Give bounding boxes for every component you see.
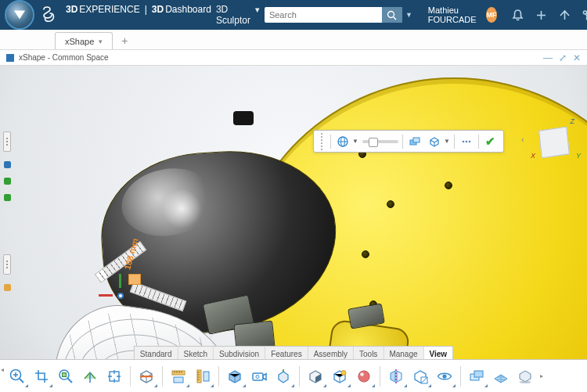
rivet-icon	[387, 200, 394, 208]
tab-caret-icon[interactable]: ▾	[99, 38, 103, 45]
view-normal-icon[interactable]	[79, 365, 101, 387]
community-icon[interactable]	[582, 8, 587, 22]
actionbar-expand-icon[interactable]: ◂	[1, 366, 4, 373]
left-rail	[2, 131, 13, 291]
svg-line-17	[20, 379, 23, 383]
axis-z: Z	[571, 117, 575, 125]
rivet-icon	[445, 182, 452, 189]
top-icons	[511, 8, 587, 22]
user-name: Mathieu FOURCADE	[428, 5, 482, 24]
svg-rect-26	[172, 371, 185, 375]
add-icon[interactable]	[535, 8, 549, 22]
center-view-icon[interactable]	[103, 365, 125, 387]
top-bar: 3DEXPERIENCE | 3DDashboard 3D Sculptor ▾…	[0, 0, 587, 30]
notification-icon[interactable]	[511, 8, 525, 22]
rivet-icon	[362, 250, 369, 258]
svg-point-13	[463, 140, 465, 142]
svg-rect-21	[63, 372, 67, 376]
rail-chip[interactable]	[4, 178, 11, 185]
orientation-icon[interactable]	[272, 365, 294, 387]
svg-line-1	[394, 16, 396, 19]
display-shaded-icon[interactable]	[224, 365, 246, 387]
dashboard-bold: 3D	[152, 4, 164, 15]
search-input[interactable]	[265, 7, 382, 23]
show-hide-icon[interactable]	[409, 365, 431, 387]
svg-point-33	[341, 370, 346, 375]
ambient-occlusion-icon[interactable]	[304, 365, 326, 387]
view-cube[interactable]: ‹ Z Y X	[532, 120, 576, 164]
search-button[interactable]	[382, 7, 402, 23]
breadcrumb: xShape - Common Space — ⤢ ✕	[0, 50, 587, 66]
svg-rect-12	[413, 138, 420, 142]
title-block: 3DEXPERIENCE | 3DDashboard 3D Sculptor ▾	[66, 4, 260, 26]
svg-point-14	[466, 140, 468, 142]
brand-light: EXPERIENCE	[79, 4, 139, 15]
search-caret-icon[interactable]: ▼	[405, 11, 412, 19]
svg-rect-30	[253, 373, 263, 380]
svg-point-4	[584, 11, 587, 14]
tab-add-button[interactable]: +	[116, 32, 133, 49]
close-button[interactable]: ✕	[573, 52, 581, 63]
appearance-icon[interactable]	[353, 365, 375, 387]
confirm-button[interactable]: ✔	[483, 134, 499, 149]
zoom-in-icon[interactable]	[6, 365, 28, 387]
crop-icon[interactable]	[31, 365, 52, 387]
rail-handle[interactable]	[3, 131, 11, 152]
search-icon	[387, 10, 397, 20]
axis-x: X	[531, 152, 535, 160]
cube-icon[interactable]	[427, 134, 442, 149]
contextual-toolbar: ▼ ▼ ✔	[313, 130, 504, 153]
rail-chip[interactable]	[4, 194, 11, 201]
brand-sep: |	[145, 4, 147, 15]
svg-point-31	[256, 375, 259, 378]
svg-point-43	[520, 380, 531, 383]
toolbar-grip-icon[interactable]	[319, 133, 325, 150]
perspective-icon[interactable]	[329, 365, 351, 387]
selected-face[interactable]	[128, 274, 141, 285]
share-icon[interactable]	[558, 8, 572, 22]
ruler-side-icon[interactable]	[192, 365, 214, 387]
doc-title: xShape - Common Space	[19, 53, 109, 62]
rail-chip[interactable]	[4, 161, 11, 168]
actionbar-collapse-icon[interactable]: ▸	[540, 372, 543, 379]
zoom-selected-icon[interactable]	[55, 365, 77, 387]
search-wrap: ▼	[265, 7, 412, 23]
viewport-3d[interactable]: 108 mm ▼ ▼ ✔ ‹ Z Y X Standard Sketch	[0, 66, 587, 392]
manipulator-triad[interactable]	[110, 285, 133, 308]
camera-icon[interactable]	[248, 365, 270, 387]
svg-rect-42	[474, 371, 483, 377]
app-caret-icon[interactable]: ▾	[255, 5, 260, 15]
svg-point-35	[358, 371, 369, 382]
svg-point-40	[442, 374, 446, 378]
planes-icon[interactable]	[407, 134, 423, 149]
svg-point-15	[469, 140, 471, 142]
shadow-floor-icon[interactable]	[514, 365, 536, 387]
brand-bold: 3D	[66, 4, 77, 15]
app-name: 3D Sculptor	[216, 4, 250, 26]
svg-rect-28	[197, 370, 201, 383]
svg-point-36	[360, 372, 364, 376]
attenuation-slider[interactable]	[362, 140, 398, 143]
compass-button[interactable]	[5, 0, 34, 31]
ds-logo-icon	[41, 3, 58, 27]
planes-visibility-icon[interactable]	[466, 365, 488, 387]
ruler-top-icon[interactable]	[167, 365, 189, 387]
tab-label: xShape	[65, 37, 94, 46]
tab-xshape[interactable]: xShape ▾	[55, 32, 113, 49]
symmetry-icon[interactable]	[385, 365, 407, 387]
minimize-button[interactable]: —	[543, 52, 553, 63]
rail-chip[interactable]	[4, 284, 11, 291]
chevron-left-icon[interactable]: ‹	[521, 135, 524, 144]
expand-button[interactable]: ⤢	[559, 52, 567, 63]
action-bar: ◂ ▸	[0, 359, 587, 392]
axis-y: Y	[576, 152, 581, 160]
section-view-icon[interactable]	[135, 365, 157, 387]
svg-line-22	[68, 378, 73, 383]
floor-visibility-icon[interactable]	[490, 365, 512, 387]
globe-icon[interactable]	[335, 134, 351, 149]
rail-handle[interactable]	[3, 254, 11, 275]
dots-icon[interactable]	[459, 134, 474, 149]
user-block[interactable]: Mathieu FOURCADE MF	[428, 5, 497, 24]
svg-rect-29	[203, 372, 209, 381]
hide-all-types-icon[interactable]	[434, 365, 456, 387]
